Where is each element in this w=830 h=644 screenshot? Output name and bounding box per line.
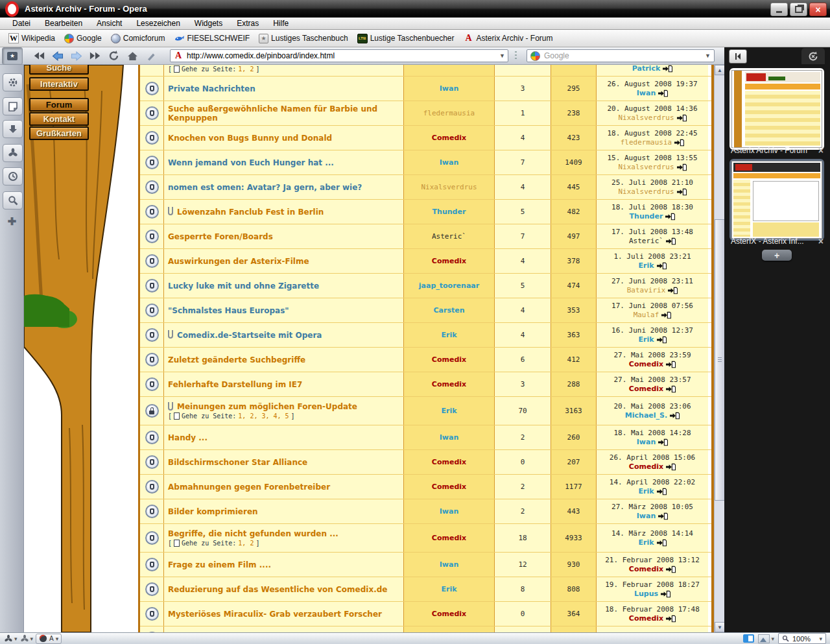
fit-width-button[interactable] [743, 634, 754, 643]
new-tab-button[interactable]: + [762, 250, 792, 261]
close-tab-icon[interactable]: × [816, 236, 825, 246]
bookmark-item[interactable]: Comicforum [106, 34, 170, 43]
topic-author-link[interactable]: Comedix [432, 257, 466, 265]
bookmark-item[interactable]: FIESELSCHWEIF [169, 33, 254, 43]
home-button[interactable] [123, 49, 142, 64]
menu-item-hilfe[interactable]: Hilfe [266, 18, 296, 29]
last-post-author-link[interactable]: Lupus [634, 590, 658, 598]
tab-thumbnail-active[interactable] [729, 68, 824, 150]
topic-author-link[interactable]: Iwan [440, 507, 459, 516]
site-nav-suche[interactable]: Suche [29, 65, 89, 75]
search-panel-button[interactable] [3, 191, 23, 209]
back-button[interactable] [48, 49, 67, 64]
closed-tabs-button[interactable] [801, 48, 825, 64]
images-toggle-button[interactable]: ▾ [758, 634, 774, 643]
topic-title-link[interactable]: Auswirkungen der Asterix-Filme [168, 257, 309, 266]
goto-last-post-icon[interactable] [661, 311, 671, 319]
last-post-author-link[interactable]: Nixalsverdrus [618, 163, 674, 171]
last-post-author-link[interactable]: Erik [638, 538, 654, 547]
topic-author-link[interactable]: Nixalsverdrus [421, 183, 477, 191]
last-post-author-link[interactable]: Comedix [629, 360, 663, 368]
last-post-author-link[interactable]: Nixalsverdrus [618, 113, 674, 122]
goto-last-post-icon[interactable] [666, 385, 676, 393]
topic-title-link[interactable]: Gesperrte Foren/Boards [168, 232, 273, 241]
topic-title-link[interactable]: Private Nachrichten [168, 84, 255, 93]
goto-last-post-icon[interactable] [670, 412, 680, 420]
site-nav-forum[interactable]: Forum [29, 98, 89, 112]
topic-title-link[interactable]: Bilder komprimieren [168, 507, 258, 516]
last-post-author-link[interactable]: Patrick [632, 65, 660, 73]
goto-last-post-icon[interactable] [677, 114, 687, 122]
goto-last-post-icon[interactable] [666, 361, 676, 368]
vertical-scrollbar[interactable]: ▲ ▼ [714, 65, 724, 632]
tab-title[interactable]: Asterix Archiv - Forum [731, 146, 816, 155]
topic-author-link[interactable]: Comedix [432, 483, 466, 491]
last-post-author-link[interactable]: Nixalsverdrus [618, 187, 674, 196]
minimize-button[interactable] [770, 3, 788, 16]
topic-title-link[interactable]: Abmahnungen gegen Forenbetreiber [168, 483, 330, 492]
bookmark-item[interactable]: Google [60, 34, 106, 43]
topic-author-link[interactable]: fledermausia [423, 109, 475, 117]
goto-last-post-icon[interactable] [666, 615, 676, 623]
topic-author-link[interactable]: Comedix [432, 355, 466, 364]
bookmark-item[interactable]: LTBLustige Taschenbuecher [353, 34, 459, 43]
topic-title-link[interactable]: Wenn jemand von Euch Hunger hat ... [168, 158, 334, 167]
collapse-panel-button[interactable] [729, 49, 747, 64]
unite-button[interactable]: ▾ [4, 634, 18, 643]
topic-author-link[interactable]: Comedix [432, 134, 466, 142]
topic-author-link[interactable]: Erik [441, 585, 456, 593]
goto-last-post-icon[interactable] [666, 463, 676, 471]
topic-title-link[interactable]: Comedix.de-Startseite mit Opera [177, 331, 322, 340]
menu-item-bearbeiten[interactable]: Bearbeiten [38, 18, 89, 29]
topic-title-link[interactable]: Fehlerhafte Darstellung im IE7 [168, 380, 302, 389]
scrollbar-thumb[interactable] [715, 219, 725, 501]
topic-title-link[interactable]: Mysteriöses Miraculix- Grab verzaubert F… [168, 610, 382, 619]
topic-title-link[interactable]: Zuletzt geänderte Suchbegriffe [168, 355, 305, 364]
last-post-author-link[interactable]: Comedix [629, 614, 663, 623]
bookmark-item[interactable]: AAsterix Archiv - Forum [459, 33, 558, 43]
topic-title-link[interactable]: Lucky luke mit und ohne Zigarette [168, 281, 319, 291]
topic-title-link[interactable]: Knochen von Bugs Bunny und Donald [168, 134, 332, 143]
panel-toggle-button[interactable]: ★ [2, 47, 23, 65]
goto-last-post-icon[interactable] [666, 237, 676, 245]
notes-panel-button[interactable] [3, 97, 23, 115]
goto-last-post-icon[interactable] [658, 438, 668, 446]
topic-author-link[interactable]: Comedix [432, 458, 466, 466]
topic-author-link[interactable]: Iwan [440, 84, 459, 93]
close-button[interactable]: × [809, 3, 827, 16]
downloads-panel-button[interactable] [3, 120, 23, 138]
widgets-panel-button[interactable] [3, 73, 23, 91]
topic-author-link[interactable]: jaap_toorenaar [419, 281, 479, 290]
site-nav-interaktiv[interactable]: Interaktiv [29, 77, 89, 91]
topic-author-link[interactable]: Iwan [440, 433, 459, 442]
last-post-author-link[interactable]: Erik [638, 261, 654, 270]
scroll-down-button[interactable]: ▼ [715, 622, 725, 632]
link-sync-button[interactable]: ▾ [20, 634, 34, 643]
topic-title-link[interactable]: Löwenzahn Fanclub Fest in Berlin [177, 208, 324, 217]
topic-author-link[interactable]: Carsten [433, 306, 464, 315]
page-links[interactable]: 1, 2 [238, 66, 254, 73]
topic-title-link[interactable]: Bildschirmschoner Star Alliance [168, 458, 307, 467]
goto-last-post-icon[interactable] [677, 163, 687, 171]
topic-title-link[interactable]: nomen est omen: Avatar? Ja gern, aber wi… [168, 183, 362, 192]
last-post-author-link[interactable]: Erik [638, 335, 654, 344]
site-nav-kontakt[interactable]: Kontakt [29, 112, 89, 126]
search-field[interactable]: Google ▼ [527, 49, 715, 62]
dropdown-icon[interactable]: ▾ [771, 636, 774, 642]
menu-item-datei[interactable]: Datei [5, 18, 38, 29]
last-post-author-link[interactable]: Thunder [630, 212, 663, 221]
last-post-author-link[interactable]: Comedix [629, 565, 663, 573]
topic-author-link[interactable]: Iwan [440, 158, 459, 167]
goto-last-post-icon[interactable] [663, 65, 672, 73]
topic-author-link[interactable]: Thunder [433, 208, 466, 216]
last-post-author-link[interactable]: Batavirix [627, 286, 666, 294]
topic-title-link[interactable]: Handy ... [168, 433, 208, 442]
forward-button[interactable] [67, 49, 86, 64]
wand-button[interactable] [142, 49, 161, 64]
search-dropdown-icon[interactable]: ▼ [705, 53, 711, 59]
topic-title-link[interactable]: Reduzierung auf das Wesentliche von Come… [168, 585, 387, 594]
bookmark-item[interactable]: ★Lustiges Taschenbuch [254, 34, 353, 43]
last-post-author-link[interactable]: Iwan [637, 89, 656, 97]
menu-item-lesezeichen[interactable]: Lesezeichen [129, 18, 187, 29]
topic-title-link[interactable]: Frage zu einem Film .... [168, 560, 271, 569]
